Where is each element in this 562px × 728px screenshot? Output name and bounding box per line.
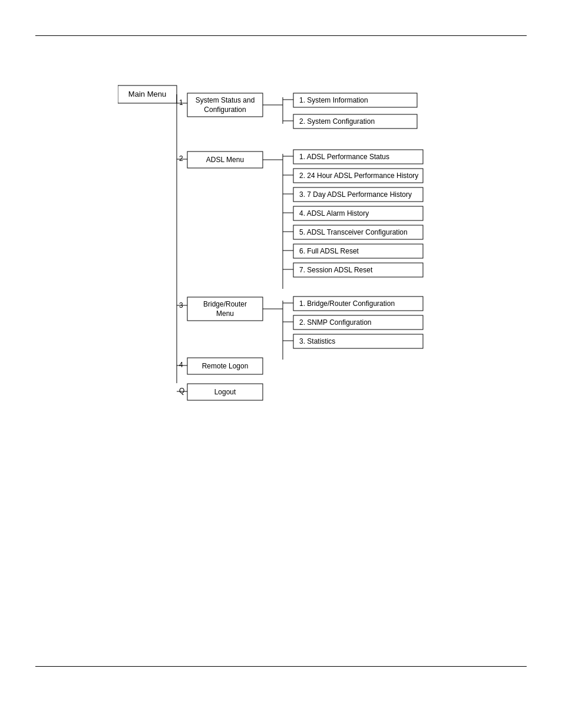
row2-right3: 3. 7 Day ADSL Performance History: [299, 190, 412, 199]
rowQ-num: Q: [179, 387, 184, 395]
row1-left-label-line2: Configuration: [204, 106, 246, 114]
row2-left-label: ADSL Menu: [206, 156, 244, 164]
row1-right2: 2. System Configuration: [299, 117, 375, 126]
row2-right1: 1. ADSL Performance Status: [299, 153, 389, 161]
row4-num: 4: [179, 361, 183, 369]
row2-right5: 5. ADSL Transceiver Configuration: [299, 228, 408, 236]
row3-left-label-line1: Bridge/Router: [203, 300, 247, 308]
row1-left-label-line1: System Status and: [196, 96, 255, 104]
row2-num: 2: [179, 154, 183, 163]
row3-left-label-line2: Menu: [216, 309, 234, 318]
row2-right2: 2. 24 Hour ADSL Performance History: [299, 172, 418, 180]
row1-num: 1: [179, 98, 183, 107]
row3-right1: 1. Bridge/Router Configuration: [299, 299, 395, 308]
row3-right2: 2. SNMP Configuration: [299, 318, 372, 327]
top-rule: [35, 35, 527, 36]
row2-right7: 7. Session ADSL Reset: [299, 266, 373, 274]
diagram-svg: Main Menu 1 System Status and Configurat…: [118, 53, 560, 466]
row2-right4: 4. ADSL Alarm History: [299, 209, 369, 218]
main-menu-label: Main Menu: [128, 90, 166, 98]
row2-right6: 6. Full ADSL Reset: [299, 247, 359, 255]
diagram-area: Main Menu 1 System Status and Configurat…: [118, 53, 560, 466]
row4-left-label: Remote Logon: [202, 362, 249, 370]
row1-right1: 1. System Information: [299, 96, 368, 104]
row3-right3: 3. Statistics: [299, 337, 335, 345]
bottom-rule: [35, 666, 527, 667]
rowQ-left-label: Logout: [214, 388, 236, 396]
